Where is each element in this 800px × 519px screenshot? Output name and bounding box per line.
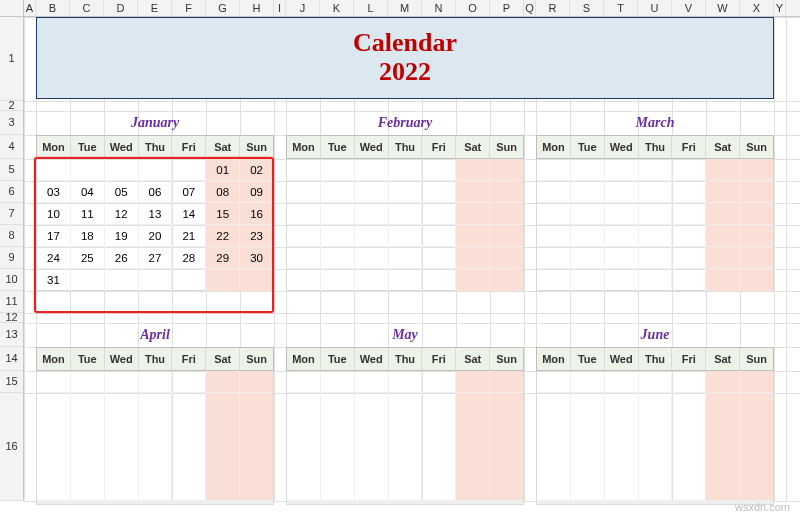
- day-cell[interactable]: [672, 371, 706, 393]
- day-cell[interactable]: [537, 247, 571, 269]
- day-cell[interactable]: [537, 159, 571, 181]
- day-cell[interactable]: [537, 269, 571, 291]
- day-cell[interactable]: [105, 269, 139, 291]
- day-cell[interactable]: [172, 269, 206, 291]
- day-cell[interactable]: [456, 269, 490, 291]
- day-cell[interactable]: [389, 203, 423, 225]
- day-cell[interactable]: [139, 371, 173, 393]
- day-cell[interactable]: [456, 247, 490, 269]
- row-header-14[interactable]: 14: [0, 347, 23, 371]
- column-header-X[interactable]: X: [740, 0, 774, 16]
- day-cell[interactable]: [355, 181, 389, 203]
- day-cell[interactable]: [172, 371, 206, 393]
- day-cell[interactable]: [605, 203, 639, 225]
- day-cell[interactable]: 24: [37, 247, 71, 269]
- column-header-T[interactable]: T: [604, 0, 638, 16]
- day-cell[interactable]: [490, 203, 523, 225]
- day-cell[interactable]: [355, 247, 389, 269]
- day-cell[interactable]: [139, 269, 173, 291]
- day-cell[interactable]: [206, 393, 240, 501]
- day-cell[interactable]: 28: [172, 247, 206, 269]
- day-cell[interactable]: [389, 181, 423, 203]
- column-header-G[interactable]: G: [206, 0, 240, 16]
- day-cell[interactable]: [422, 181, 456, 203]
- day-cell[interactable]: [490, 371, 523, 393]
- day-cell[interactable]: 05: [105, 181, 139, 203]
- day-cell[interactable]: 04: [71, 181, 105, 203]
- day-cell[interactable]: [490, 247, 523, 269]
- day-cell[interactable]: [422, 159, 456, 181]
- column-header-H[interactable]: H: [240, 0, 274, 16]
- day-cell[interactable]: [240, 371, 273, 393]
- day-cell[interactable]: [456, 503, 490, 504]
- day-cell[interactable]: [639, 225, 673, 247]
- column-header-O[interactable]: O: [456, 0, 490, 16]
- column-header-V[interactable]: V: [672, 0, 706, 16]
- day-cell[interactable]: [537, 181, 571, 203]
- column-header-U[interactable]: U: [638, 0, 672, 16]
- day-cell[interactable]: [355, 225, 389, 247]
- day-cell[interactable]: [287, 203, 321, 225]
- day-cell[interactable]: [422, 225, 456, 247]
- day-cell[interactable]: 27: [139, 247, 173, 269]
- day-cell[interactable]: [605, 503, 639, 504]
- day-cell[interactable]: [672, 503, 706, 504]
- day-cell[interactable]: [456, 181, 490, 203]
- day-cell[interactable]: [706, 159, 740, 181]
- day-cell[interactable]: [287, 225, 321, 247]
- day-cell[interactable]: [639, 371, 673, 393]
- day-cell[interactable]: [571, 225, 605, 247]
- day-cell[interactable]: [37, 393, 71, 501]
- day-cell[interactable]: 30: [240, 247, 273, 269]
- day-cell[interactable]: [639, 269, 673, 291]
- day-cell[interactable]: [456, 393, 490, 501]
- day-cell[interactable]: 13: [139, 203, 173, 225]
- day-cell[interactable]: [321, 393, 355, 501]
- day-cell[interactable]: [422, 393, 456, 501]
- day-cell[interactable]: 18: [71, 225, 105, 247]
- column-header-F[interactable]: F: [172, 0, 206, 16]
- day-cell[interactable]: [571, 159, 605, 181]
- day-cell[interactable]: [490, 503, 523, 504]
- column-header-C[interactable]: C: [70, 0, 104, 16]
- day-cell[interactable]: [71, 393, 105, 501]
- day-cell[interactable]: [706, 225, 740, 247]
- column-header-K[interactable]: K: [320, 0, 354, 16]
- row-header-16[interactable]: 16: [0, 393, 23, 501]
- day-cell[interactable]: [639, 393, 673, 501]
- day-cell[interactable]: [605, 181, 639, 203]
- row-header-4[interactable]: 4: [0, 135, 23, 159]
- column-header-Y[interactable]: Y: [774, 0, 786, 16]
- column-header-M[interactable]: M: [388, 0, 422, 16]
- day-cell[interactable]: [105, 159, 139, 181]
- day-cell[interactable]: [139, 159, 173, 181]
- day-cell[interactable]: [321, 203, 355, 225]
- column-header-E[interactable]: E: [138, 0, 172, 16]
- row-header-11[interactable]: 11: [0, 291, 23, 313]
- day-cell[interactable]: [672, 393, 706, 501]
- day-cell[interactable]: [537, 371, 571, 393]
- column-header-I[interactable]: I: [274, 0, 286, 16]
- day-cell[interactable]: [287, 503, 321, 504]
- column-header-P[interactable]: P: [490, 0, 524, 16]
- day-cell[interactable]: [571, 269, 605, 291]
- day-cell[interactable]: [37, 503, 71, 504]
- day-cell[interactable]: [740, 269, 773, 291]
- day-cell[interactable]: 26: [105, 247, 139, 269]
- day-cell[interactable]: [422, 247, 456, 269]
- day-cell[interactable]: [740, 225, 773, 247]
- day-cell[interactable]: [389, 503, 423, 504]
- day-cell[interactable]: [321, 371, 355, 393]
- column-header-B[interactable]: B: [36, 0, 70, 16]
- row-header-15[interactable]: 15: [0, 371, 23, 393]
- day-cell[interactable]: [490, 269, 523, 291]
- day-cell[interactable]: [355, 393, 389, 501]
- day-cell[interactable]: [456, 159, 490, 181]
- day-cell[interactable]: [605, 159, 639, 181]
- day-cell[interactable]: 09: [240, 181, 273, 203]
- day-cell[interactable]: [605, 269, 639, 291]
- day-cell[interactable]: [139, 503, 173, 504]
- day-cell[interactable]: [571, 503, 605, 504]
- day-cell[interactable]: [672, 181, 706, 203]
- day-cell[interactable]: [490, 181, 523, 203]
